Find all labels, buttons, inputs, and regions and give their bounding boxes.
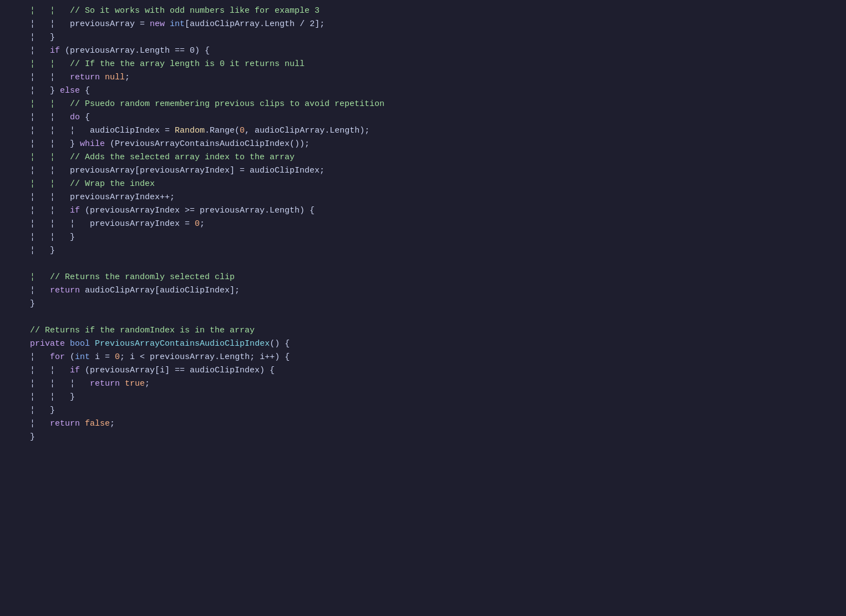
code-editor: ¦ ¦ // So it works with odd numbers like… (0, 0, 846, 448)
